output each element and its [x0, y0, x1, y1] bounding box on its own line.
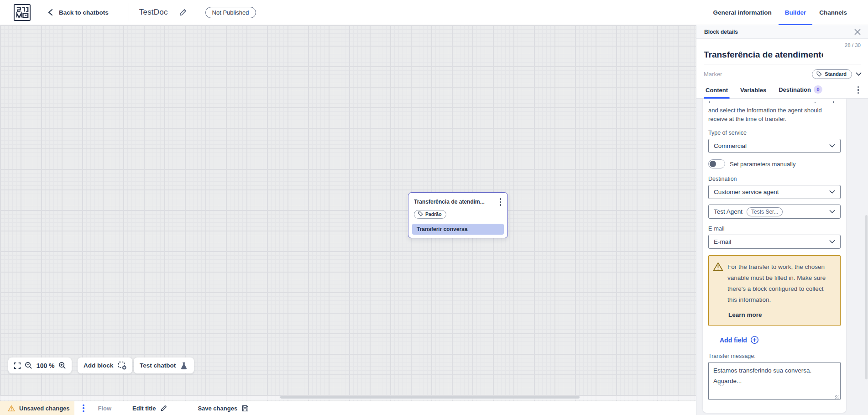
- email-label: E-mail: [708, 226, 841, 232]
- tab-general-information[interactable]: General information: [706, 0, 778, 25]
- block-name-input[interactable]: Transferência de atendimento: [704, 50, 823, 60]
- transfer-message-input[interactable]: Estamos transferindo sua conversa. Aguar…: [708, 362, 841, 400]
- block-details-panel: Block details 28 / 30 Transferência de a…: [696, 25, 868, 415]
- email-select[interactable]: E-mail: [708, 235, 841, 249]
- test-chatbot-button[interactable]: Test chatbot: [134, 357, 194, 373]
- save-changes-label: Save changes: [198, 405, 237, 412]
- unsaved-changes-label: Unsaved changes: [19, 405, 70, 412]
- chevron-down-icon: [856, 72, 862, 76]
- agent-value: Test Agent: [714, 208, 743, 215]
- intro-text: and select the information the agent sho…: [708, 106, 841, 123]
- resize-handle[interactable]: [835, 395, 839, 399]
- chevron-down-icon: [829, 240, 835, 244]
- topbar-tabs: General information Builder Channels: [706, 0, 853, 25]
- destination-select[interactable]: Customer service agent: [708, 185, 841, 199]
- add-field-button[interactable]: Add field: [720, 336, 759, 344]
- destination-label: Destination: [708, 176, 841, 182]
- flow-block-action-item[interactable]: Transferir conversa: [412, 224, 504, 235]
- set-parameters-row: Set parameters manually: [708, 159, 841, 168]
- learn-more-link[interactable]: Learn more: [728, 311, 835, 318]
- clipped-text-line: [708, 99, 841, 105]
- pencil-icon: [160, 404, 167, 412]
- agent-chip: Tests Ser...: [747, 207, 783, 216]
- add-block-icon: [118, 361, 126, 370]
- status-badge: Not Published: [205, 7, 256, 18]
- marker-label: Marker: [704, 71, 722, 78]
- destination-count-badge: 0: [814, 85, 822, 94]
- chevron-down-icon: [829, 210, 835, 214]
- tab-channels[interactable]: Channels: [813, 0, 853, 25]
- marker-row: Marker Standard: [696, 64, 868, 84]
- warning-triangle-icon: [8, 405, 15, 412]
- close-icon[interactable]: [854, 28, 861, 36]
- tag-icon: [418, 211, 423, 216]
- panel-scroll-area[interactable]: and select the information the agent sho…: [696, 99, 868, 415]
- tab-content[interactable]: Content: [706, 87, 728, 98]
- bottombar-menu-icon[interactable]: [81, 404, 86, 413]
- panel-tabs-menu-icon[interactable]: [856, 85, 861, 95]
- topbar-left: Back to chatbots TestDoc Not Published: [0, 0, 256, 25]
- warning-triangle-icon: [713, 262, 723, 272]
- add-block-button[interactable]: Add block: [78, 357, 132, 373]
- save-changes-button[interactable]: Save changes: [198, 405, 249, 412]
- tab-content-label: Content: [706, 87, 728, 94]
- type-of-service-value: Commercial: [714, 142, 747, 149]
- zenvia-logo-icon[interactable]: [13, 4, 31, 21]
- tag-icon: [816, 71, 822, 77]
- topbar-divider: [129, 3, 129, 21]
- fullscreen-icon[interactable]: [14, 362, 21, 369]
- chatbot-builder-app: Back to chatbots TestDoc Not Published G…: [0, 0, 868, 415]
- set-parameters-toggle[interactable]: [708, 159, 725, 168]
- flow-canvas[interactable]: Transferência de atendim... Padrão Trans…: [0, 25, 696, 401]
- edit-title-label: Edit title: [132, 405, 156, 412]
- flask-icon: [180, 362, 188, 370]
- marker-chip-label: Standard: [825, 71, 847, 77]
- horizontal-scrollbar-thumb[interactable]: [280, 396, 580, 399]
- marker-select[interactable]: Standard: [812, 69, 862, 79]
- edit-title-button[interactable]: Edit title: [132, 404, 167, 412]
- edit-title-icon[interactable]: [179, 8, 187, 16]
- transfer-message-label: Transfer message:: [708, 353, 841, 359]
- add-block-label: Add block: [84, 362, 113, 369]
- vertical-scrollbar-thumb[interactable]: [865, 215, 868, 379]
- back-to-chatbots-button[interactable]: Back to chatbots: [47, 9, 109, 16]
- flow-block-menu-icon[interactable]: [498, 197, 503, 207]
- unsaved-changes-indicator: Unsaved changes: [0, 401, 74, 415]
- emoji-icon[interactable]: [720, 382, 724, 386]
- zoom-out-icon[interactable]: [25, 362, 32, 369]
- char-count: 28 / 30: [704, 42, 861, 49]
- type-of-service-select[interactable]: Commercial: [708, 139, 841, 153]
- type-of-service-label: Type of service: [708, 130, 841, 136]
- tab-variables[interactable]: Variables: [740, 87, 766, 98]
- chevron-left-icon: [47, 9, 53, 16]
- zoom-controls: 100 %: [8, 357, 72, 373]
- flow-block-title: Transferência de atendim...: [414, 197, 498, 205]
- tab-variables-label: Variables: [740, 87, 766, 94]
- destination-value: Customer service agent: [714, 189, 779, 195]
- chevron-down-icon: [829, 144, 835, 148]
- tab-destination[interactable]: Destination 0: [779, 85, 822, 98]
- tab-destination-label: Destination: [779, 86, 811, 93]
- zoom-level: 100 %: [37, 362, 55, 369]
- email-value: E-mail: [714, 238, 731, 245]
- horizontal-scrollbar-track[interactable]: [0, 396, 696, 400]
- flow-block-marker-badge: Padrão: [414, 210, 446, 219]
- flow-block-card[interactable]: Transferência de atendim... Padrão Trans…: [408, 192, 508, 238]
- chevron-down-icon: [829, 190, 835, 194]
- flow-block-marker-label: Padrão: [425, 211, 442, 217]
- agent-select[interactable]: Test Agent Tests Ser...: [708, 205, 841, 219]
- test-chatbot-label: Test chatbot: [140, 362, 176, 369]
- content-card: and select the information the agent sho…: [703, 99, 846, 413]
- warning-text: For the transfer to work, the chosen var…: [727, 262, 835, 305]
- bottombar: Unsaved changes Flow Edit title Save cha…: [0, 401, 696, 415]
- plus-circle-icon: [750, 336, 759, 344]
- topbar: Back to chatbots TestDoc Not Published G…: [0, 0, 868, 25]
- zoom-in-icon[interactable]: [58, 362, 66, 369]
- panel-header-title: Block details: [704, 29, 738, 35]
- transfer-message-wrap: Estamos transferindo sua conversa. Aguar…: [708, 362, 841, 402]
- tab-builder[interactable]: Builder: [779, 0, 813, 25]
- add-field-label: Add field: [720, 336, 747, 344]
- flow-label[interactable]: Flow: [98, 405, 112, 412]
- back-label: Back to chatbots: [59, 9, 109, 16]
- warning-box: For the transfer to work, the chosen var…: [708, 255, 841, 326]
